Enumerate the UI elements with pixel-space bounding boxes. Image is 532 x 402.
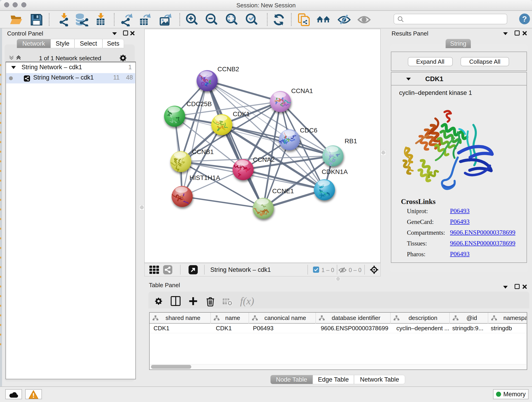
svg-text:CCNB2: CCNB2 bbox=[217, 65, 239, 73]
svg-text:CDC6: CDC6 bbox=[300, 127, 317, 134]
svg-text:CCNB1: CCNB1 bbox=[192, 148, 214, 155]
svg-text:RB1: RB1 bbox=[345, 138, 357, 145]
svg-text:CCNE1: CCNE1 bbox=[272, 187, 294, 195]
svg-text:CCNA1: CCNA1 bbox=[291, 87, 313, 95]
svg-text:CDK1: CDK1 bbox=[233, 110, 250, 118]
svg-text:CDC25B: CDC25B bbox=[186, 100, 212, 108]
svg-text:CDKN1A: CDKN1A bbox=[322, 168, 348, 175]
svg-text:CCNA2: CCNA2 bbox=[253, 156, 275, 163]
svg-text:HIST1H1A: HIST1H1A bbox=[190, 174, 220, 181]
